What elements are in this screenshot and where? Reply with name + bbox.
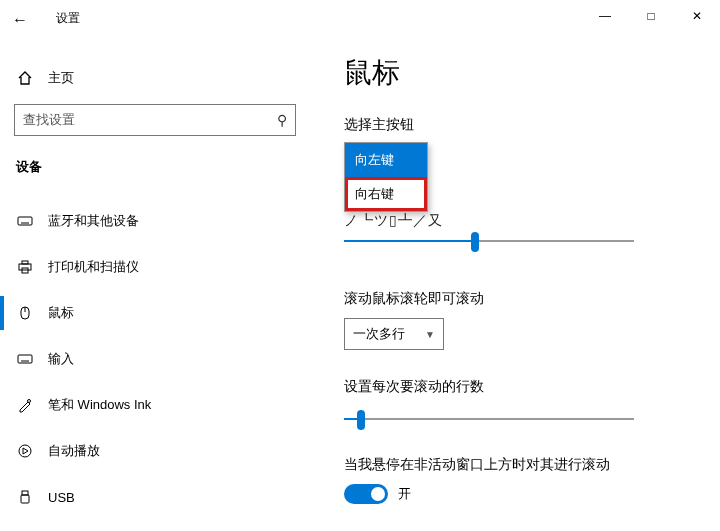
sidebar-item-2[interactable]: 鼠标: [0, 290, 320, 336]
slider-thumb[interactable]: [357, 410, 365, 430]
scroll-mode-section: 滚动鼠标滚轮即可滚动 一次多行 ▼: [344, 290, 484, 350]
lines-per-scroll-slider[interactable]: [344, 408, 634, 432]
window-title: 设置: [56, 10, 80, 27]
search-input[interactable]: 查找设置 ⚲: [14, 104, 296, 136]
scroll-mode-label: 滚动鼠标滚轮即可滚动: [344, 290, 484, 308]
svg-rect-6: [22, 261, 28, 264]
mouse-icon: [16, 305, 34, 321]
home-icon: [16, 70, 34, 86]
primary-button-option-1[interactable]: 向右键: [345, 177, 427, 211]
inactive-hover-label: 当我悬停在非活动窗口上方时对其进行滚动: [344, 456, 674, 474]
sidebar-item-label: USB: [48, 490, 75, 505]
lines-per-scroll-label: 设置每次要滚动的行数: [344, 378, 634, 396]
svg-rect-10: [18, 355, 32, 363]
scroll-mode-select[interactable]: 一次多行 ▼: [344, 318, 444, 350]
pen-icon: [16, 397, 34, 413]
sidebar-item-label: 蓝牙和其他设备: [48, 212, 139, 230]
sidebar-item-5[interactable]: 自动播放: [0, 428, 320, 474]
slider-track: [344, 240, 634, 242]
svg-rect-0: [18, 217, 32, 225]
sidebar-item-0[interactable]: 蓝牙和其他设备: [0, 198, 320, 244]
lines-per-scroll-section: 设置每次要滚动的行数: [344, 378, 634, 432]
sidebar-item-3[interactable]: 输入: [0, 336, 320, 382]
page-title: 鼠标: [344, 54, 400, 92]
usb-icon: [16, 489, 34, 505]
sidebar-home[interactable]: 主页: [16, 60, 74, 96]
inactive-hover-toggle[interactable]: [344, 484, 388, 504]
sidebar-item-1[interactable]: 打印机和扫描仪: [0, 244, 320, 290]
sidebar-home-label: 主页: [48, 69, 74, 87]
cursor-speed-label: ノ┗ツ▯┻／又: [344, 212, 443, 230]
search-placeholder: 查找设置: [23, 111, 75, 129]
printer-icon: [16, 259, 34, 275]
keyboard2-icon: [16, 351, 34, 367]
primary-button-dropdown[interactable]: 向左键向右键: [344, 142, 428, 212]
svg-rect-5: [19, 264, 31, 270]
cursor-speed-slider[interactable]: [344, 230, 634, 254]
slider-fill: [344, 240, 475, 242]
svg-rect-14: [22, 491, 28, 495]
sidebar-item-label: 打印机和扫描仪: [48, 258, 139, 276]
inactive-hover-toggle-row: 开: [344, 484, 674, 504]
sidebar-item-label: 笔和 Windows Ink: [48, 396, 151, 414]
scroll-mode-value: 一次多行: [353, 325, 405, 343]
primary-button-label: 选择主按钮: [344, 116, 428, 134]
svg-point-13: [19, 445, 31, 457]
slider-track: [344, 418, 634, 420]
chevron-down-icon: ▼: [425, 329, 435, 340]
sidebar: ← 设置 主页 查找设置 ⚲ 设备 蓝牙和其他设备打印机和扫描仪鼠标输入笔和 W…: [0, 0, 320, 531]
sidebar-item-6[interactable]: USB: [0, 474, 320, 520]
back-arrow-icon: ←: [12, 11, 28, 29]
titlebar: ← 设置: [0, 0, 320, 36]
primary-button-section: 选择主按钮 向左键向右键: [344, 116, 428, 212]
autoplay-icon: [16, 443, 34, 459]
sidebar-item-label: 鼠标: [48, 304, 74, 322]
inactive-hover-section: 当我悬停在非活动窗口上方时对其进行滚动 开: [344, 456, 674, 504]
back-button[interactable]: ←: [8, 8, 32, 32]
keyboard-icon: [16, 213, 34, 229]
sidebar-item-4[interactable]: 笔和 Windows Ink: [0, 382, 320, 428]
main-content: 鼠标 选择主按钮 向左键向右键 ノ┗ツ▯┻／又 滚动鼠标滚轮即可滚动 一次多行 …: [344, 0, 720, 531]
svg-point-12: [28, 400, 31, 403]
search-icon: ⚲: [277, 112, 287, 128]
sidebar-category: 设备: [16, 158, 42, 176]
primary-button-option-0[interactable]: 向左键: [345, 143, 427, 177]
sidebar-item-label: 输入: [48, 350, 74, 368]
slider-thumb[interactable]: [471, 232, 479, 252]
sidebar-nav: 蓝牙和其他设备打印机和扫描仪鼠标输入笔和 Windows Ink自动播放USB: [0, 198, 320, 520]
inactive-hover-state: 开: [398, 485, 411, 503]
svg-rect-15: [21, 495, 29, 503]
sidebar-item-label: 自动播放: [48, 442, 100, 460]
